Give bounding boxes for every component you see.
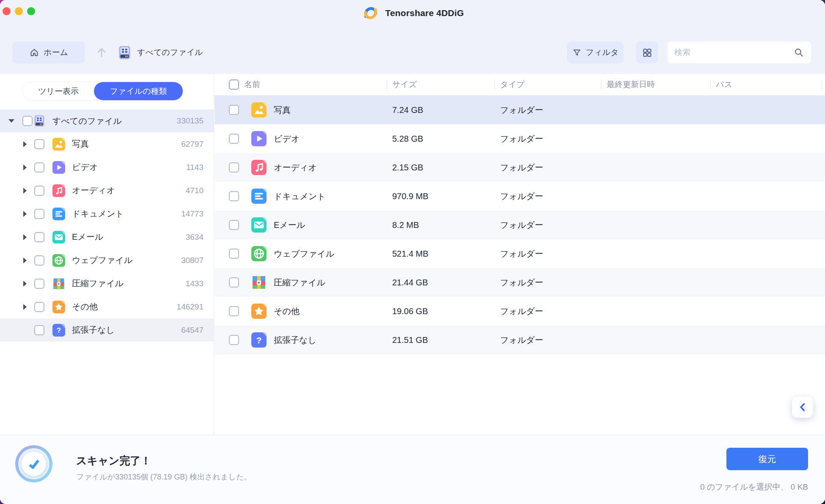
row-type: フォルダー (495, 306, 601, 317)
caret-right-icon[interactable] (23, 141, 27, 147)
select-all-checkbox[interactable] (229, 79, 239, 90)
breadcrumb[interactable]: すべてのファイル (117, 41, 203, 63)
table-row[interactable]: オーディオ 2.15 GB フォルダー (214, 153, 825, 182)
recover-button[interactable]: 復元 (726, 448, 808, 470)
sidebar-item-label: すべてのファイル (52, 115, 122, 127)
sidebar-item-video[interactable]: ビデオ 1143 (0, 156, 214, 179)
row-size: 21.51 GB (387, 335, 495, 345)
table-row[interactable]: Eメール 8.2 MB フォルダー (214, 211, 825, 239)
column-header-modified[interactable]: 最終更新日時 (601, 79, 710, 90)
row-type: フォルダー (495, 334, 601, 346)
up-arrow-icon (95, 46, 108, 59)
document-icon (52, 208, 65, 220)
sidebar-item-label: 圧縮ファイル (72, 278, 124, 289)
filter-funnel-icon (572, 48, 582, 58)
row-name: ドキュメント (274, 191, 326, 202)
row-checkbox[interactable] (229, 335, 239, 345)
view-mode-button[interactable] (636, 41, 658, 63)
sidebar-item-archive[interactable]: 圧縮ファイル 1433 (0, 272, 214, 295)
column-header-name[interactable]: 名前 (244, 79, 260, 90)
row-checkbox[interactable] (229, 134, 239, 144)
table-row[interactable]: ドキュメント 970.9 MB フォルダー (214, 182, 825, 211)
table-row[interactable]: 写真 7.24 GB フォルダー (214, 96, 825, 124)
sidebar-item-all-files[interactable]: すべてのファイル 330135 (0, 110, 214, 132)
row-checkbox[interactable] (229, 306, 239, 316)
caret-right-icon[interactable] (23, 164, 27, 170)
file-count: 4710 (186, 186, 204, 195)
sidebar-item-photo[interactable]: 写真 62797 (0, 132, 214, 156)
row-checkbox[interactable] (229, 162, 239, 173)
collapse-panel-button[interactable] (792, 397, 813, 418)
file-count: 1143 (186, 163, 204, 172)
sidebar-item-checkbox[interactable] (34, 162, 44, 173)
file-count: 1433 (186, 279, 204, 288)
row-checkbox[interactable] (229, 191, 239, 201)
row-checkbox[interactable] (229, 249, 239, 259)
file-count: 30807 (181, 256, 204, 265)
sidebar-item-other[interactable]: その他 146291 (0, 295, 214, 318)
table-header: 名前 サイズ タイプ 最終更新日時 パス (214, 74, 825, 96)
search-icon[interactable] (793, 47, 804, 58)
search-input[interactable] (674, 48, 793, 57)
caret-right-icon[interactable] (23, 211, 27, 217)
sidebar-view-tabs: ツリー表示 ファイルの種類 (22, 82, 183, 101)
file-count: 62797 (181, 140, 204, 149)
scan-complete-badge (15, 445, 52, 482)
tab-file-types[interactable]: ファイルの種類 (94, 82, 183, 100)
sidebar-item-document[interactable]: ドキュメント 14773 (0, 202, 214, 225)
row-name: オーディオ (274, 162, 317, 173)
chevron-left-icon (797, 402, 808, 413)
caret-right-icon[interactable] (23, 234, 27, 240)
filter-button-label: フィルタ (586, 47, 619, 58)
table-row[interactable]: 圧縮ファイル 21.44 GB フォルダー (214, 268, 825, 297)
sidebar-item-checkbox[interactable] (34, 279, 44, 289)
sidebar-item-checkbox[interactable] (34, 302, 44, 312)
caret-right-icon[interactable] (23, 257, 27, 263)
navigate-up-button[interactable] (94, 45, 109, 60)
app-title: Tenorshare 4DDiG (385, 8, 464, 18)
sidebar-item-checkbox[interactable] (34, 325, 44, 335)
table-row[interactable]: ウェブファイル 521.4 MB フォルダー (214, 239, 825, 268)
filter-button[interactable]: フィルタ (567, 41, 624, 63)
row-type: フォルダー (495, 162, 601, 173)
all-files-checkbox[interactable] (22, 116, 33, 126)
row-checkbox[interactable] (229, 277, 239, 288)
sidebar-item-noext[interactable]: ? 拡張子なし 64547 (0, 318, 214, 342)
sidebar-item-checkbox[interactable] (34, 255, 44, 266)
column-header-size[interactable]: サイズ (387, 79, 495, 90)
table-row[interactable]: ? 拡張子なし 21.51 GB フォルダー (214, 326, 825, 354)
table-row[interactable]: その他 19.06 GB フォルダー (214, 297, 825, 326)
video-icon (251, 131, 267, 146)
table-row[interactable]: ビデオ 5.28 GB フォルダー (214, 124, 825, 153)
photo-icon (52, 138, 65, 151)
row-name: その他 (274, 306, 300, 317)
file-count: 330135 (177, 116, 204, 126)
caret-right-icon[interactable] (23, 188, 27, 194)
sidebar-item-checkbox[interactable] (34, 209, 44, 219)
svg-text:?: ? (256, 336, 261, 345)
sidebar-item-web[interactable]: ウェブファイル 30807 (0, 249, 214, 272)
header-band: Tenorshare 4DDiG ホーム (0, 0, 825, 74)
breadcrumb-label: すべてのファイル (137, 47, 203, 58)
sidebar-item-checkbox[interactable] (34, 186, 44, 196)
other-icon (52, 301, 65, 313)
archive-icon (251, 275, 267, 290)
caret-down-icon[interactable] (8, 119, 14, 123)
selection-summary: 0 のファイルを選択中、 0 KB (700, 482, 808, 493)
sidebar-item-label: オーディオ (72, 185, 115, 196)
sidebar-item-email[interactable]: Eメール 3634 (0, 225, 214, 249)
sidebar-item-audio[interactable]: オーディオ 4710 (0, 179, 214, 202)
checkmark-icon (25, 455, 43, 473)
sidebar-item-checkbox[interactable] (34, 232, 44, 242)
row-checkbox[interactable] (229, 220, 239, 230)
home-button[interactable]: ホーム (12, 41, 85, 63)
row-type: フォルダー (495, 104, 601, 116)
caret-right-icon[interactable] (23, 304, 27, 310)
caret-right-icon[interactable] (23, 281, 27, 287)
row-checkbox[interactable] (229, 105, 239, 115)
column-header-path[interactable]: パス (710, 79, 825, 90)
home-icon (29, 47, 39, 58)
sidebar-item-checkbox[interactable] (34, 139, 44, 149)
tab-tree-view[interactable]: ツリー表示 (23, 82, 94, 100)
column-header-type[interactable]: タイプ (495, 79, 601, 90)
